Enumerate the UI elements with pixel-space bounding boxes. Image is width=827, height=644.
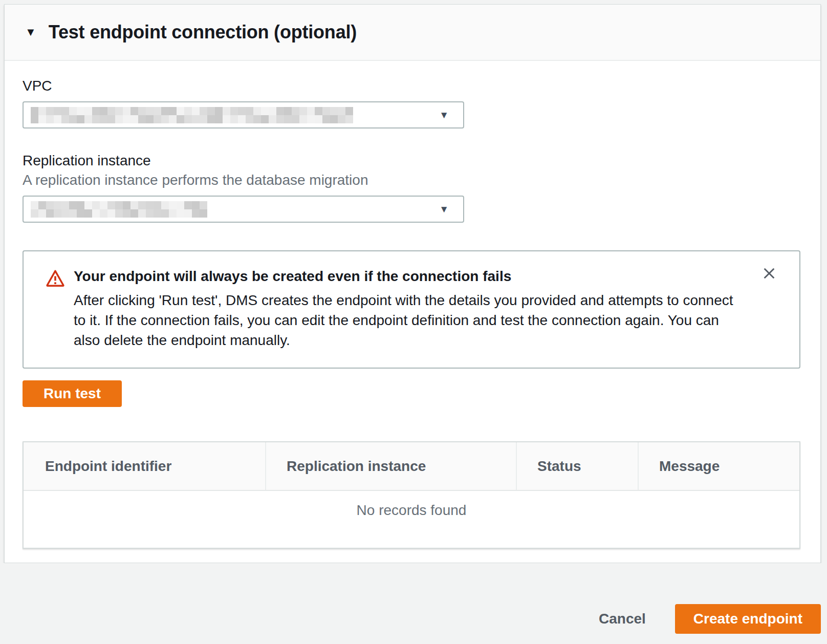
table-header-row: Endpoint identifier Replication instance… bbox=[24, 442, 799, 491]
empty-state-message: No records found bbox=[24, 491, 799, 548]
column-header-replication-instance: Replication instance bbox=[265, 442, 516, 490]
replication-instance-select[interactable]: ▼ bbox=[23, 196, 464, 223]
dismiss-warning-button[interactable] bbox=[760, 265, 778, 282]
column-header-endpoint-identifier: Endpoint identifier bbox=[24, 442, 265, 490]
warning-content: Your endpoint will always be created eve… bbox=[74, 267, 736, 350]
redacted-replication-instance-value bbox=[31, 201, 207, 218]
redacted-vpc-value bbox=[31, 107, 353, 123]
test-results-table: Endpoint identifier Replication instance… bbox=[23, 441, 800, 549]
warning-banner: Your endpoint will always be created eve… bbox=[23, 250, 800, 369]
test-endpoint-connection-panel: ▼ Test endpoint connection (optional) VP… bbox=[4, 4, 821, 563]
section-body: VPC ▼ Replication instance A replication… bbox=[5, 78, 820, 549]
create-endpoint-button[interactable]: Create endpoint bbox=[675, 604, 821, 634]
replication-instance-description: A replication instance performs the data… bbox=[23, 172, 802, 188]
column-header-message: Message bbox=[638, 442, 799, 490]
vpc-label: VPC bbox=[23, 78, 802, 94]
warning-title: Your endpoint will always be created eve… bbox=[74, 267, 736, 286]
chevron-down-icon: ▼ bbox=[439, 204, 449, 214]
collapse-triangle-icon: ▼ bbox=[25, 27, 36, 38]
cancel-button[interactable]: Cancel bbox=[599, 604, 646, 634]
warning-triangle-icon bbox=[45, 268, 66, 350]
section-title: Test endpoint connection (optional) bbox=[49, 22, 357, 43]
vpc-select[interactable]: ▼ bbox=[23, 101, 464, 128]
warning-body: After clicking 'Run test', DMS creates t… bbox=[74, 290, 736, 350]
chevron-down-icon: ▼ bbox=[439, 110, 449, 120]
replication-instance-label: Replication instance bbox=[23, 153, 802, 169]
section-header[interactable]: ▼ Test endpoint connection (optional) bbox=[5, 5, 820, 61]
column-header-status: Status bbox=[516, 442, 638, 490]
close-icon bbox=[761, 275, 777, 283]
form-footer: Cancel Create endpoint bbox=[0, 563, 827, 644]
run-test-button[interactable]: Run test bbox=[23, 380, 122, 407]
